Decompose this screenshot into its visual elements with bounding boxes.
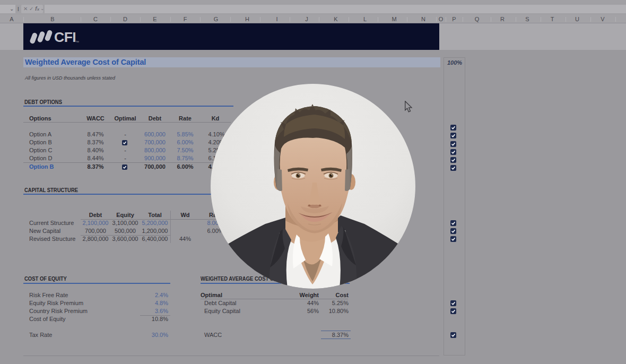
svg-text:CFI: CFI [54,29,76,45]
svg-text:™: ™ [75,40,79,44]
